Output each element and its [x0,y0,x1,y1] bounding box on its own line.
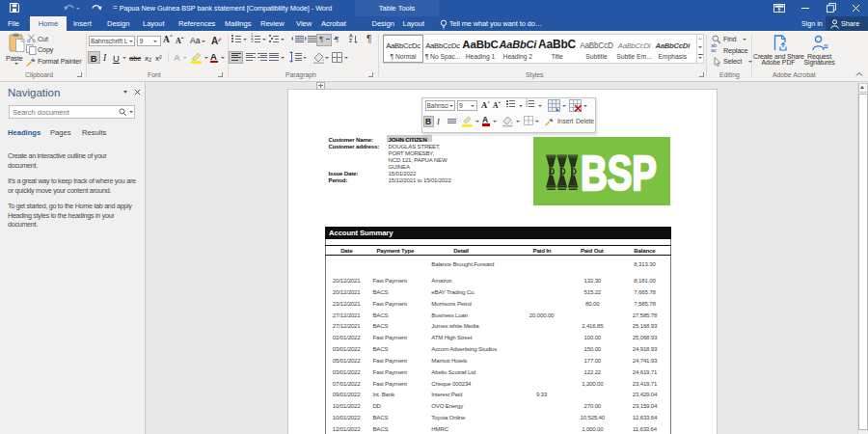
svg-text:A: A [211,36,218,46]
svg-text:BSP: BSP [581,150,657,194]
